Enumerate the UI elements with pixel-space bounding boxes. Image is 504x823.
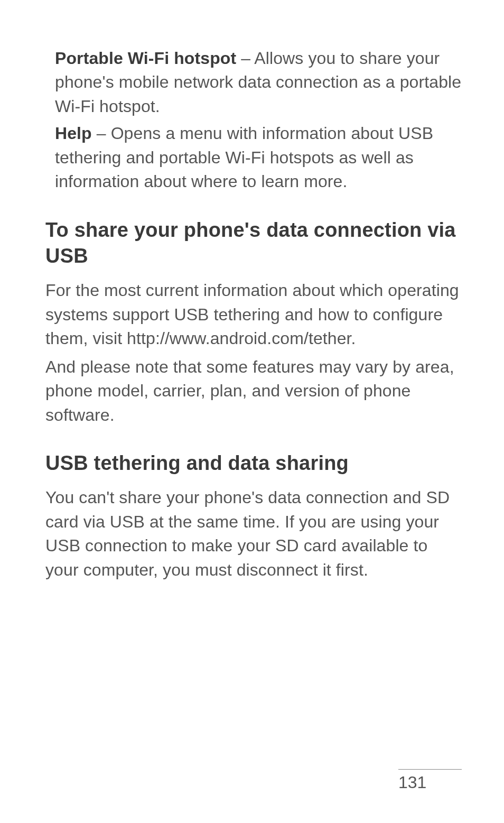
page-number-block: 131 xyxy=(398,769,462,792)
help-label: Help xyxy=(55,124,92,143)
heading-share-usb: To share your phone's data connection vi… xyxy=(45,217,464,270)
hotspot-paragraph: Portable Wi-Fi hotspot – Allows you to s… xyxy=(55,47,464,118)
section1-para1: For the most current information about w… xyxy=(45,279,464,350)
help-paragraph: Help – Opens a menu with information abo… xyxy=(55,122,464,193)
page-number-rule xyxy=(398,769,462,770)
help-text: – Opens a menu with information about US… xyxy=(55,124,433,191)
section2-para1: You can't share your phone's data connec… xyxy=(45,486,464,582)
heading-usb-tethering: USB tethering and data sharing xyxy=(45,450,464,476)
section1-para2: And please note that some features may v… xyxy=(45,355,464,427)
page-number-text: 131 xyxy=(398,773,426,792)
hotspot-label: Portable Wi-Fi hotspot xyxy=(55,49,236,68)
page-container: Portable Wi-Fi hotspot – Allows you to s… xyxy=(0,0,504,823)
intro-indent-block: Portable Wi-Fi hotspot – Allows you to s… xyxy=(45,47,464,194)
